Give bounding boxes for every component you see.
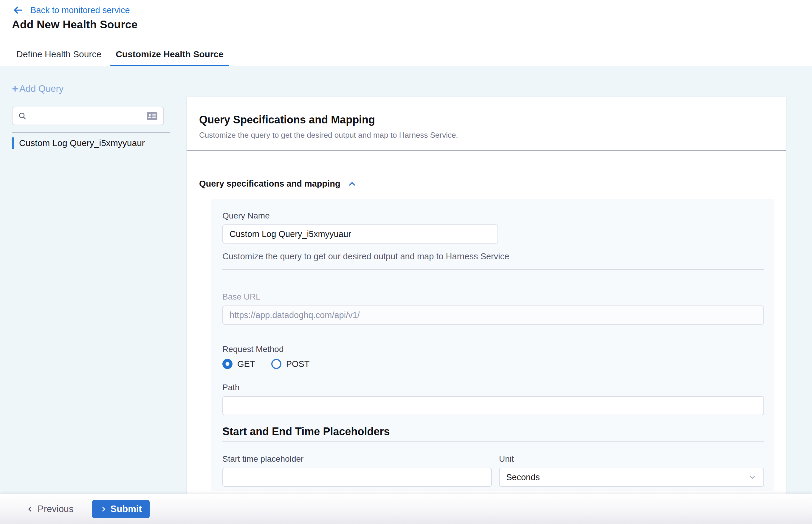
id-card-icon[interactable] <box>146 111 158 121</box>
query-spec-card: Query Name Customize the query to get ou… <box>211 199 774 491</box>
panel-body: Query specifications and mapping Query N… <box>186 179 786 491</box>
previous-button-label: Previous <box>37 504 74 514</box>
tab-define-health-source[interactable]: Define Health Source <box>11 42 107 66</box>
query-name-helper: Customize the query to get our desired o… <box>222 251 764 261</box>
radio-post-label: POST <box>286 359 310 369</box>
search-input[interactable] <box>31 111 146 121</box>
unit-select[interactable]: Seconds <box>499 468 764 487</box>
radio-option-post[interactable]: POST <box>271 359 310 369</box>
search-icon <box>18 112 27 120</box>
page-header: Back to monitored service Add New Health… <box>0 0 812 42</box>
query-name-label: Query Name <box>222 211 764 221</box>
back-link-label: Back to monitored service <box>30 5 130 16</box>
start-time-input[interactable] <box>222 468 492 487</box>
radio-get-label: GET <box>237 359 255 369</box>
query-item-label: Custom Log Query_i5xmyyuaur <box>19 138 145 148</box>
panel-subtitle: Customize the query to get the desired o… <box>199 131 774 140</box>
panel-header: Query Specifications and Mapping Customi… <box>186 97 786 151</box>
sidebar-divider <box>12 132 170 133</box>
radio-unselected-icon[interactable] <box>271 359 281 369</box>
query-search-box <box>12 107 164 125</box>
radio-selected-icon[interactable] <box>222 359 232 369</box>
section-title: Query specifications and mapping <box>199 179 340 189</box>
query-name-input[interactable] <box>222 225 498 244</box>
path-input[interactable] <box>222 396 764 415</box>
previous-button[interactable]: Previous <box>26 504 74 514</box>
submit-button-label: Submit <box>111 504 142 514</box>
submit-button[interactable]: Submit <box>92 500 150 518</box>
unit-label: Unit <box>499 454 764 464</box>
tab-customize-health-source[interactable]: Customize Health Source <box>110 42 229 66</box>
selected-indicator-bar <box>12 137 14 149</box>
base-url-input[interactable] <box>222 306 764 325</box>
query-mapping-panel: Query Specifications and Mapping Customi… <box>186 97 786 524</box>
request-method-label: Request Method <box>222 344 764 355</box>
query-list-item[interactable]: Custom Log Query_i5xmyyuaur <box>12 137 170 149</box>
plus-icon: + <box>12 84 18 93</box>
page-title: Add New Health Source <box>12 18 138 31</box>
base-url-label: Base URL <box>222 292 764 302</box>
unit-select-value: Seconds <box>506 472 748 482</box>
tab-bar: Define Health Source Customize Health So… <box>0 42 812 66</box>
chevron-right-icon <box>100 505 107 513</box>
chevron-left-icon <box>26 505 34 513</box>
chevron-up-icon[interactable] <box>347 179 357 189</box>
arrow-left-icon <box>12 5 24 16</box>
placeholders-divider <box>222 441 764 442</box>
back-link[interactable]: Back to monitored service <box>12 5 130 16</box>
start-time-label: Start time placeholder <box>222 454 492 464</box>
placeholders-section-title: Start and End Time Placeholders <box>222 425 764 439</box>
radio-option-get[interactable]: GET <box>222 359 255 369</box>
add-query-button[interactable]: + Add Query <box>12 83 64 94</box>
content-area: + Add Query Custom Log Query_i5xmyyuaur <box>0 66 812 524</box>
path-label: Path <box>222 382 764 393</box>
add-query-label: Add Query <box>19 83 64 94</box>
card-divider <box>222 269 764 270</box>
request-method-radio-group: GET POST <box>222 358 764 370</box>
panel-title: Query Specifications and Mapping <box>199 113 774 126</box>
chevron-down-icon <box>748 473 757 482</box>
footer-bar: Previous Submit <box>0 494 812 524</box>
